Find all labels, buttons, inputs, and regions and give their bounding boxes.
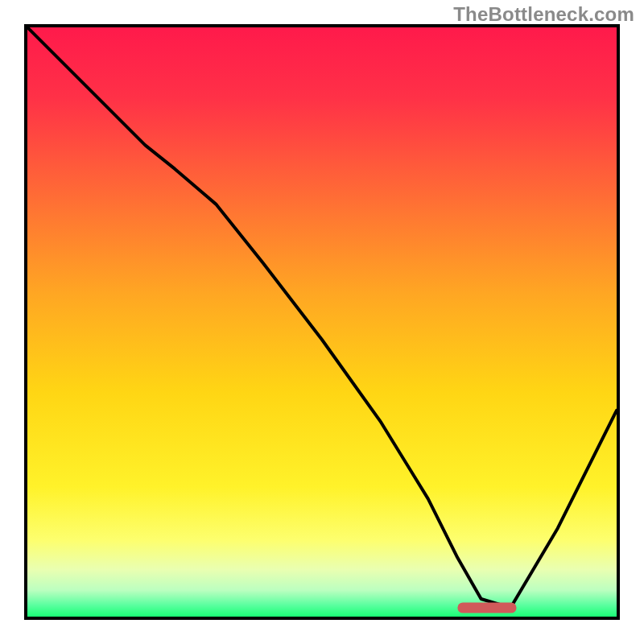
optimal-range-marker — [27, 27, 617, 617]
svg-rect-1 — [457, 602, 516, 613]
chart-frame — [24, 24, 620, 620]
chart-plot-area — [27, 27, 617, 617]
attribution-text: TheBottleneck.com — [453, 3, 634, 26]
